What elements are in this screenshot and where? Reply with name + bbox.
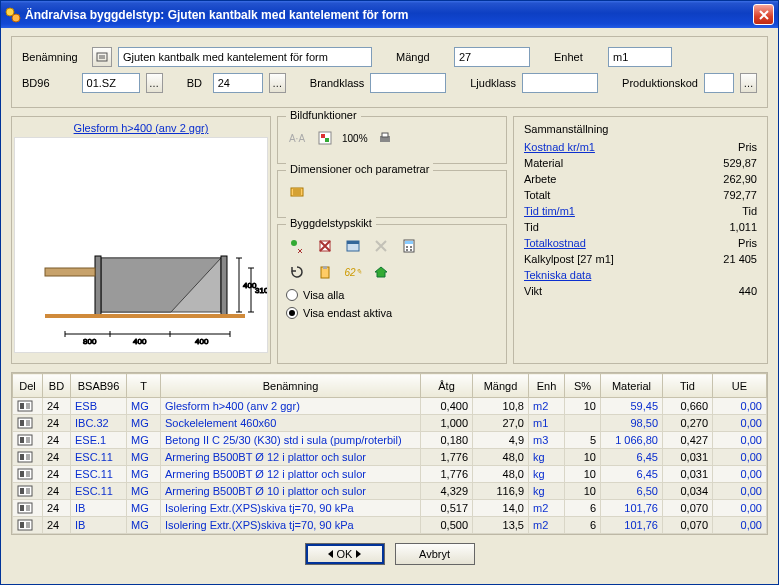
svg-rect-45 bbox=[20, 522, 24, 528]
ljudklass-input[interactable] bbox=[522, 73, 598, 93]
enhet-input[interactable] bbox=[608, 47, 672, 67]
column-header[interactable]: Benämning bbox=[161, 374, 421, 398]
table-cell: 0,00 bbox=[713, 500, 767, 517]
column-header[interactable]: BD bbox=[43, 374, 71, 398]
benamning-input[interactable] bbox=[118, 47, 372, 67]
layers-icon[interactable] bbox=[314, 127, 336, 149]
table-cell: ESC.11 bbox=[71, 483, 127, 500]
benamning-picker[interactable] bbox=[92, 47, 112, 67]
bd96-picker[interactable]: … bbox=[146, 73, 163, 93]
radio-icon bbox=[286, 307, 298, 319]
table-cell: 0,070 bbox=[663, 500, 713, 517]
table-cell: MG bbox=[127, 415, 161, 432]
table-row[interactable]: 24ESC.11MGArmering B500BT Ø 12 i plattor… bbox=[13, 449, 767, 466]
summary-value: 262,90 bbox=[723, 171, 757, 187]
brandklass-input[interactable] bbox=[370, 73, 446, 93]
column-header[interactable]: Enh bbox=[529, 374, 565, 398]
table-cell: Isolering Extr.(XPS)skiva tj=70, 90 kPa bbox=[161, 500, 421, 517]
table-cell: 1,776 bbox=[421, 466, 473, 483]
table-cell: 10,8 bbox=[473, 398, 529, 415]
bd-picker[interactable]: … bbox=[269, 73, 286, 93]
svg-rect-33 bbox=[20, 420, 24, 426]
radio-visa-alla-label: Visa alla bbox=[303, 289, 344, 301]
table-cell: MG bbox=[127, 432, 161, 449]
column-header[interactable]: S% bbox=[565, 374, 601, 398]
legend-dimensioner: Dimensioner och parametrar bbox=[286, 163, 433, 175]
summary-label: Totalt bbox=[524, 187, 550, 203]
svg-rect-43 bbox=[20, 505, 24, 511]
preview-panel: Glesform h>400 (anv 2 ggr) 800 bbox=[11, 116, 271, 364]
summary-panel: Sammanställning Kostnad kr/m1PrisMateria… bbox=[513, 116, 768, 364]
table-cell: 0,270 bbox=[663, 415, 713, 432]
clipboard-icon[interactable] bbox=[314, 261, 336, 283]
table-cell: 0,660 bbox=[663, 398, 713, 415]
table-cell: 5 bbox=[565, 432, 601, 449]
table-row[interactable]: 24IBMGIsolering Extr.(XPS)skiva tj=70, 9… bbox=[13, 517, 767, 534]
table-row[interactable]: 24ESE.1MGBetong II C 25/30 (K30) std i s… bbox=[13, 432, 767, 449]
legend-bildfunktioner: Bildfunktioner bbox=[286, 109, 361, 121]
table-cell: 0,00 bbox=[713, 466, 767, 483]
ok-label: OK bbox=[337, 548, 353, 560]
summary-link[interactable]: Totalkostnad bbox=[524, 237, 586, 249]
table-row[interactable]: 24IBMGIsolering Extr.(XPS)skiva tj=70, 9… bbox=[13, 500, 767, 517]
svg-rect-16 bbox=[382, 133, 388, 137]
column-header[interactable]: Del bbox=[13, 374, 43, 398]
table-cell: Betong II C 25/30 (K30) std i sula (pump… bbox=[161, 432, 421, 449]
table-row[interactable]: 24ESBMGGlesform h>400 (anv 2 ggr)0,40010… bbox=[13, 398, 767, 415]
group-byggdelstypskikt: Byggdelstypskikt 62✎ Visa alla bbox=[277, 224, 507, 364]
cancel-button[interactable]: Avbryt bbox=[395, 543, 475, 565]
summary-label: Arbete bbox=[524, 171, 556, 187]
svg-point-25 bbox=[410, 246, 412, 248]
column-header[interactable]: UE bbox=[713, 374, 767, 398]
table-row[interactable]: 24IBC.32MGSockelelement 460x601,00027,0m… bbox=[13, 415, 767, 432]
column-header[interactable]: T bbox=[127, 374, 161, 398]
label-enhet: Enhet bbox=[554, 51, 602, 63]
close-button[interactable] bbox=[753, 4, 774, 25]
bd-input[interactable] bbox=[213, 73, 263, 93]
legend-byggdelstypskikt: Byggdelstypskikt bbox=[286, 217, 376, 229]
column-header[interactable]: Mängd bbox=[473, 374, 529, 398]
column-header[interactable]: Tid bbox=[663, 374, 713, 398]
produktionskod-picker[interactable]: … bbox=[740, 73, 757, 93]
ok-button[interactable]: OK bbox=[305, 543, 385, 565]
summary-link[interactable]: Tid tim/m1 bbox=[524, 205, 575, 217]
delete-layer-icon[interactable] bbox=[314, 235, 336, 257]
home-icon[interactable] bbox=[370, 261, 392, 283]
radio-visa-alla[interactable]: Visa alla bbox=[286, 289, 498, 301]
table-row[interactable]: 24ESC.11MGArmering B500BT Ø 12 i plattor… bbox=[13, 466, 767, 483]
remove-icon[interactable] bbox=[370, 235, 392, 257]
table-cell: ESB bbox=[71, 398, 127, 415]
form-panel: Benämning Mängd Enhet BD96 … BD … Brandk… bbox=[11, 36, 768, 108]
column-header[interactable]: BSAB96 bbox=[71, 374, 127, 398]
table-row[interactable]: 24ESC.11MGArmering B500BT Ø 10 i plattor… bbox=[13, 483, 767, 500]
label-bd: BD bbox=[187, 77, 207, 89]
summary-link[interactable]: Tekniska data bbox=[524, 269, 591, 281]
summary-value: Pris bbox=[738, 139, 757, 155]
bd96-input[interactable] bbox=[82, 73, 140, 93]
edit-text-icon[interactable]: 62✎ bbox=[342, 261, 364, 283]
table-cell bbox=[13, 398, 43, 415]
column-header[interactable]: Åtg bbox=[421, 374, 473, 398]
svg-rect-35 bbox=[20, 437, 24, 443]
calculator-icon[interactable] bbox=[398, 235, 420, 257]
radio-visa-aktiva[interactable]: Visa endast aktiva bbox=[286, 307, 498, 319]
parameters-icon[interactable] bbox=[286, 181, 308, 203]
table-cell: MG bbox=[127, 500, 161, 517]
svg-point-0 bbox=[6, 8, 14, 16]
print-icon[interactable] bbox=[374, 127, 396, 149]
section-aa-button[interactable]: A·A bbox=[286, 127, 308, 149]
summary-link[interactable]: Kostnad kr/m1 bbox=[524, 141, 595, 153]
table-cell: 13,5 bbox=[473, 517, 529, 534]
mangd-input[interactable] bbox=[454, 47, 530, 67]
column-header[interactable]: Material bbox=[601, 374, 663, 398]
preview-title-link[interactable]: Glesform h>400 (anv 2 ggr) bbox=[74, 122, 209, 134]
table-cell: kg bbox=[529, 466, 565, 483]
svg-rect-2 bbox=[97, 53, 107, 61]
edit-layer-icon[interactable] bbox=[342, 235, 364, 257]
label-produktionskod: Produktionskod bbox=[622, 77, 698, 89]
refresh-icon[interactable] bbox=[286, 261, 308, 283]
add-layer-icon[interactable] bbox=[286, 235, 308, 257]
produktionskod-input[interactable] bbox=[704, 73, 734, 93]
table-cell: 14,0 bbox=[473, 500, 529, 517]
svg-rect-4 bbox=[95, 256, 101, 316]
